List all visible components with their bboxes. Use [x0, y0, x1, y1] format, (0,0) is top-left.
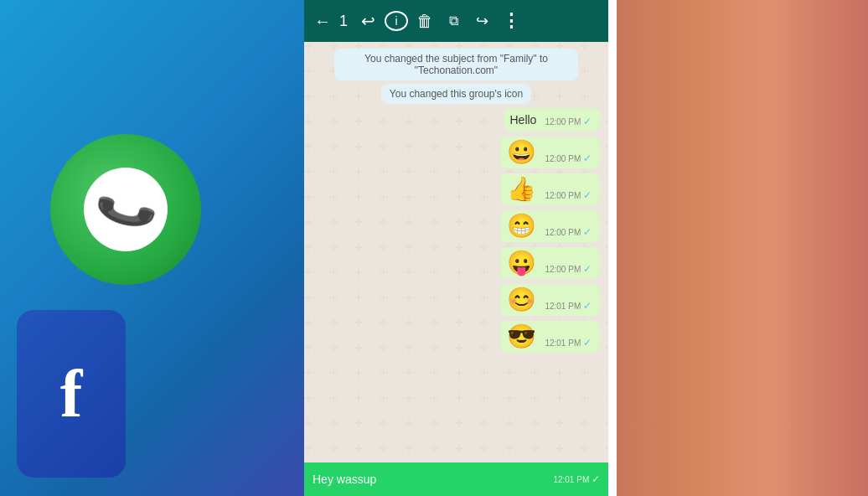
- selected-count: 1: [339, 13, 348, 30]
- checkmark-4: ✓: [583, 226, 592, 238]
- topbar: ← 1 ↩ i 🗑 ⧉ ↪ ⋮: [304, 0, 608, 42]
- checkmark-7: ✓: [583, 337, 592, 349]
- whatsapp-logo: 📞: [50, 134, 201, 285]
- info-button[interactable]: i: [385, 11, 408, 31]
- checkmark-1: ✓: [583, 116, 592, 127]
- message-bubble-2: 😀 12:00 PM ✓: [500, 137, 600, 168]
- message-time-6: 12:01 PM ✓: [545, 300, 592, 312]
- message-text-1: Hello: [510, 112, 537, 127]
- message-bubble-1: Hello 12:00 PM ✓: [504, 108, 601, 132]
- message-time-7: 12:01 PM ✓: [545, 337, 592, 349]
- bottom-message-text: Hey wassup: [313, 473, 548, 486]
- message-bubble-4: 😁 12:00 PM ✓: [500, 210, 600, 242]
- background-right: [617, 0, 868, 496]
- message-emoji-5: 😛: [507, 251, 536, 275]
- message-time-1: 12:00 PM ✓: [545, 116, 592, 127]
- forward-button[interactable]: ↪: [470, 8, 493, 34]
- reply-button[interactable]: ↩: [356, 8, 380, 34]
- checkmark-2: ✓: [583, 152, 592, 164]
- checkmark-5: ✓: [583, 263, 592, 275]
- message-time-5: 12:00 PM ✓: [545, 263, 592, 275]
- message-time-4: 12:00 PM ✓: [545, 226, 592, 238]
- bottom-message-time: 12:01 PM ✓: [553, 473, 600, 485]
- chat-area: You changed the subject from "Family" to…: [304, 42, 608, 462]
- message-row-5: 😛 12:00 PM ✓: [313, 247, 600, 279]
- message-emoji-4: 😁: [507, 214, 536, 238]
- message-row-1: Hello 12:00 PM ✓: [313, 108, 600, 132]
- message-emoji-2: 😀: [507, 141, 536, 164]
- delete-button[interactable]: 🗑: [413, 8, 437, 34]
- phone-frame: ← 1 ↩ i 🗑 ⧉ ↪ ⋮ You changed the subject …: [304, 0, 608, 496]
- message-row-2: 😀 12:00 PM ✓: [313, 137, 600, 168]
- system-message-1: You changed the subject from "Family" to…: [334, 49, 579, 80]
- bottom-message-bar: Hey wassup 12:01 PM ✓: [304, 462, 608, 496]
- message-bubble-3: 👍 12:00 PM ✓: [500, 173, 600, 205]
- message-emoji-3: 👍: [507, 178, 536, 201]
- phone-icon: 📞: [91, 175, 161, 243]
- message-bubble-7: 😎 12:01 PM ✓: [500, 321, 600, 353]
- facebook-logo: f: [17, 310, 126, 478]
- message-emoji-6: 😊: [507, 288, 536, 312]
- system-message-2: You changed this group's icon: [381, 84, 531, 104]
- checkmark-3: ✓: [583, 189, 592, 201]
- message-row-3: 👍 12:00 PM ✓: [313, 173, 600, 205]
- message-row-6: 😊 12:01 PM ✓: [313, 284, 600, 316]
- message-bubble-5: 😛 12:00 PM ✓: [500, 247, 600, 279]
- copy-button[interactable]: ⧉: [442, 10, 465, 32]
- message-bubble-6: 😊 12:01 PM ✓: [500, 284, 600, 316]
- message-time-3: 12:00 PM ✓: [545, 189, 592, 201]
- background-left: 📞 f: [0, 0, 310, 496]
- checkmark-6: ✓: [583, 300, 592, 312]
- more-button[interactable]: ⋮: [499, 7, 524, 35]
- message-row-4: 😁 12:00 PM ✓: [313, 210, 600, 242]
- message-row-7: 😎 12:01 PM ✓: [313, 321, 600, 353]
- bottom-checkmark: ✓: [592, 473, 600, 485]
- message-emoji-7: 😎: [507, 325, 536, 349]
- message-time-2: 12:00 PM ✓: [545, 152, 592, 164]
- fb-letter: f: [60, 360, 83, 427]
- back-button[interactable]: ←: [311, 8, 334, 34]
